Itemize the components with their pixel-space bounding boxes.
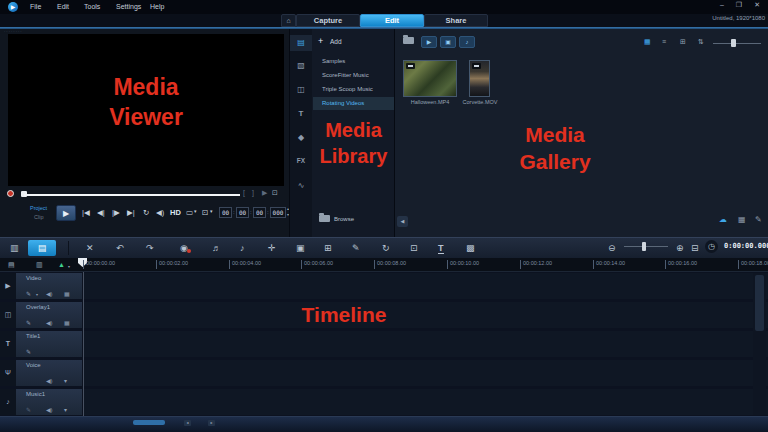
sort-icon[interactable]: ⇅: [698, 38, 704, 46]
media-category-icon[interactable]: ▤: [290, 35, 312, 51]
motion-tracking-button[interactable]: ✛: [268, 243, 276, 253]
timeline-zoom-slider[interactable]: [624, 246, 668, 247]
track-edit-icon[interactable]: ✎: [26, 348, 31, 355]
tab-edit[interactable]: Edit: [360, 14, 424, 27]
zoom-in-icon[interactable]: ⊕: [676, 243, 684, 253]
menu-file[interactable]: File: [30, 3, 41, 10]
scroll-right-icon[interactable]: ▸: [208, 420, 215, 426]
horizontal-scrollbar-thumb[interactable]: [133, 420, 165, 425]
edit-tags-icon[interactable]: ✎: [755, 215, 762, 224]
project-duration-icon[interactable]: ◷: [705, 240, 718, 253]
video-track-lane[interactable]: [84, 273, 768, 299]
gallery-clip-corvette[interactable]: [469, 60, 490, 97]
play-button[interactable]: ▶: [56, 205, 76, 221]
import-media-icon[interactable]: [403, 37, 414, 44]
timeline-zoom-slider-thumb[interactable]: [642, 242, 646, 251]
library-item-samples[interactable]: Samples: [313, 55, 394, 68]
timecode-seconds[interactable]: 00: [253, 207, 266, 218]
clip-mode-label[interactable]: Clip: [34, 214, 43, 220]
browse-folder-icon[interactable]: [319, 215, 330, 222]
prev-frame-button[interactable]: ◀|: [97, 208, 105, 217]
music-track-lane[interactable]: [84, 389, 768, 415]
auto-music-button[interactable]: ♪: [240, 243, 245, 253]
track-mute-icon[interactable]: ◀): [46, 377, 53, 384]
track-expand-caret-icon[interactable]: ▾: [64, 406, 67, 413]
track-grid-icon[interactable]: ▦: [64, 319, 70, 326]
thumbnail-size-slider[interactable]: [713, 43, 761, 44]
repeat-marker-icon[interactable]: [7, 190, 14, 197]
customize-toolbar-button[interactable]: ✕: [86, 243, 94, 253]
menu-help[interactable]: Help: [150, 3, 164, 10]
filter-photo-icon[interactable]: ▣: [440, 36, 456, 48]
thumbnail-size-slider-thumb[interactable]: [731, 39, 736, 47]
subtitle-editor-button[interactable]: T: [438, 243, 444, 254]
volume-icon[interactable]: ◀): [156, 208, 164, 217]
sound-mixer-button[interactable]: ♬: [212, 243, 221, 253]
fit-timeline-icon[interactable]: ⊟: [691, 243, 699, 253]
motion-path-icon[interactable]: ∿: [290, 181, 312, 190]
storyboard-view-button[interactable]: ▥: [10, 243, 19, 253]
repeat-button[interactable]: ↻: [143, 208, 149, 217]
menu-tools[interactable]: Tools: [84, 3, 100, 10]
add-folder-icon[interactable]: +: [318, 36, 323, 46]
track-header-voice[interactable]: Ψ Voice ◀) ▾: [0, 360, 82, 386]
title-track-lane[interactable]: [84, 331, 768, 357]
close-button[interactable]: ✕: [754, 1, 760, 9]
home-icon[interactable]: ⌂: [281, 14, 296, 27]
scroll-left-icon[interactable]: ◂: [184, 420, 191, 426]
enlarge-icon[interactable]: ⊡: [202, 208, 208, 217]
project-mode-label[interactable]: Project: [30, 205, 47, 211]
scene-view-icon[interactable]: ⊞: [680, 38, 686, 46]
track-edit-icon[interactable]: ✎: [26, 290, 31, 297]
library-item-scorefitter[interactable]: ScoreFitter Music: [313, 69, 394, 82]
track-manager-icon[interactable]: ▤: [8, 261, 15, 269]
hd-preview-button[interactable]: HD: [170, 208, 181, 217]
next-frame-button[interactable]: |▶: [112, 208, 120, 217]
browse-label[interactable]: Browse: [334, 216, 354, 222]
restore-button[interactable]: ❐: [736, 1, 742, 9]
instant-template-button[interactable]: ⊞: [324, 243, 332, 253]
add-track-icon[interactable]: ▥: [36, 261, 43, 269]
track-expand-caret-icon[interactable]: ▾: [64, 377, 67, 384]
chapter-marker-icon[interactable]: ▲: [58, 261, 65, 268]
split-screen-template-button[interactable]: ▣: [296, 243, 305, 253]
filter-video-icon[interactable]: ▶: [421, 36, 437, 48]
library-item-triple-scoop[interactable]: Triple Scoop Music: [313, 83, 394, 96]
mark-in-icon[interactable]: [: [243, 189, 245, 196]
tab-capture[interactable]: Capture: [296, 14, 360, 27]
graphic-icon[interactable]: ◆: [290, 133, 312, 142]
chapter-caret-icon[interactable]: ▾: [68, 264, 70, 269]
menu-edit[interactable]: Edit: [57, 3, 69, 10]
track-header-overlay1[interactable]: ◫ Overlay1 ✎ ◀) ▦: [0, 302, 82, 328]
track-mute-icon[interactable]: ◀): [46, 319, 53, 326]
pan-zoom-button[interactable]: ⊡: [410, 243, 418, 253]
tab-share[interactable]: Share: [424, 14, 488, 27]
undo-button[interactable]: ↶: [116, 243, 124, 253]
time-remap-button[interactable]: ↻: [382, 243, 390, 253]
library-item-rotating-videos[interactable]: Rotating Videos: [313, 97, 394, 110]
scrubber-track[interactable]: [24, 194, 240, 196]
timeline-ruler[interactable]: ▤ ▥ ▲ ▾ 00:00:00.00 00:00:02.00 00:00:04…: [0, 258, 768, 272]
thumbnail-view-icon[interactable]: ▦: [644, 38, 651, 46]
instant-project-icon[interactable]: ▧: [290, 61, 312, 70]
list-view-icon[interactable]: ≡: [662, 38, 666, 45]
aspect-ratio-icon[interactable]: ▭: [186, 208, 193, 217]
transition-icon[interactable]: ◫: [290, 85, 312, 94]
track-mute-icon[interactable]: ◀): [46, 290, 53, 297]
cloud-sync-icon[interactable]: ☁: [719, 215, 727, 224]
library-grid-icon[interactable]: ▦: [738, 215, 746, 224]
title-category-icon[interactable]: T: [290, 109, 312, 118]
menu-settings[interactable]: Settings: [116, 3, 141, 10]
timeline-vertical-scrollbar[interactable]: [753, 273, 766, 415]
voice-track-lane[interactable]: [84, 360, 768, 386]
go-end-button[interactable]: ▶|: [127, 208, 135, 217]
zoom-out-icon[interactable]: ⊖: [608, 243, 616, 253]
go-start-button[interactable]: |◀: [82, 208, 90, 217]
track-edit-icon[interactable]: ✎: [26, 406, 31, 413]
split-clip-icon[interactable]: ▶: [262, 189, 267, 197]
add-folder-label[interactable]: Add: [330, 38, 342, 45]
redo-button[interactable]: ↷: [146, 243, 154, 253]
timeline-view-button[interactable]: ▤: [28, 240, 56, 256]
vertical-scrollbar-thumb[interactable]: [755, 275, 764, 331]
timecode-ms[interactable]: 000: [270, 207, 286, 218]
